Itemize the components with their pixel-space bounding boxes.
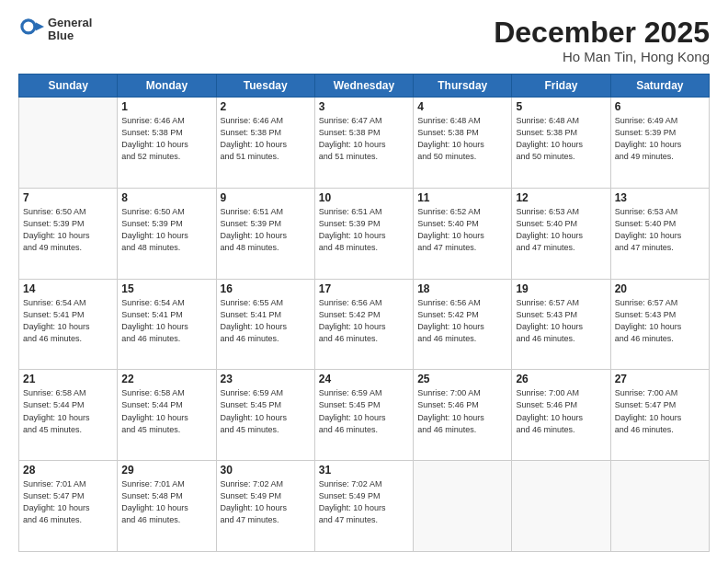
calendar-cell: 12Sunrise: 6:53 AM Sunset: 5:40 PM Dayli… xyxy=(512,188,610,279)
day-number: 8 xyxy=(121,191,211,204)
day-info: Sunrise: 6:46 AM Sunset: 5:38 PM Dayligh… xyxy=(121,115,211,163)
day-info: Sunrise: 6:47 AM Sunset: 5:38 PM Dayligh… xyxy=(319,115,409,163)
calendar-cell: 27Sunrise: 7:00 AM Sunset: 5:47 PM Dayli… xyxy=(610,370,709,461)
day-number: 23 xyxy=(221,373,311,385)
day-number: 7 xyxy=(23,191,113,204)
calendar-cell: 24Sunrise: 6:59 AM Sunset: 5:45 PM Dayli… xyxy=(314,370,413,461)
subtitle: Ho Man Tin, Hong Kong xyxy=(494,49,710,64)
day-info: Sunrise: 6:54 AM Sunset: 5:41 PM Dayligh… xyxy=(23,297,113,345)
day-info: Sunrise: 6:54 AM Sunset: 5:41 PM Dayligh… xyxy=(121,297,211,345)
calendar-cell: 29Sunrise: 7:01 AM Sunset: 5:48 PM Dayli… xyxy=(118,461,216,552)
day-info: Sunrise: 6:59 AM Sunset: 5:45 PM Dayligh… xyxy=(319,387,409,435)
calendar-week-row: 1Sunrise: 6:46 AM Sunset: 5:38 PM Daylig… xyxy=(19,98,710,189)
calendar-cell: 20Sunrise: 6:57 AM Sunset: 5:43 PM Dayli… xyxy=(610,279,709,370)
logo-icon xyxy=(18,17,44,42)
weekday-header: Saturday xyxy=(610,75,709,98)
day-number: 16 xyxy=(221,282,311,295)
day-number: 13 xyxy=(615,191,705,204)
day-info: Sunrise: 6:57 AM Sunset: 5:43 PM Dayligh… xyxy=(516,297,606,345)
day-info: Sunrise: 7:02 AM Sunset: 5:49 PM Dayligh… xyxy=(319,478,409,526)
day-info: Sunrise: 6:50 AM Sunset: 5:39 PM Dayligh… xyxy=(121,206,211,254)
weekday-header: Thursday xyxy=(414,75,512,98)
calendar-cell: 28Sunrise: 7:01 AM Sunset: 5:47 PM Dayli… xyxy=(19,461,118,552)
day-info: Sunrise: 6:59 AM Sunset: 5:45 PM Dayligh… xyxy=(221,387,311,435)
weekday-row: SundayMondayTuesdayWednesdayThursdayFrid… xyxy=(19,75,710,98)
day-info: Sunrise: 6:48 AM Sunset: 5:38 PM Dayligh… xyxy=(516,115,606,163)
day-number: 6 xyxy=(615,100,705,113)
calendar-week-row: 28Sunrise: 7:01 AM Sunset: 5:47 PM Dayli… xyxy=(19,461,710,552)
calendar-cell: 6Sunrise: 6:49 AM Sunset: 5:39 PM Daylig… xyxy=(610,98,709,189)
day-number: 28 xyxy=(23,464,113,477)
day-info: Sunrise: 6:58 AM Sunset: 5:44 PM Dayligh… xyxy=(121,387,211,435)
day-number: 14 xyxy=(23,282,113,295)
calendar-cell xyxy=(610,461,709,552)
day-number: 5 xyxy=(516,100,606,113)
calendar-cell: 5Sunrise: 6:48 AM Sunset: 5:38 PM Daylig… xyxy=(512,98,610,189)
calendar-cell: 11Sunrise: 6:52 AM Sunset: 5:40 PM Dayli… xyxy=(414,188,512,279)
day-info: Sunrise: 7:00 AM Sunset: 5:46 PM Dayligh… xyxy=(417,387,507,435)
calendar-header: SundayMondayTuesdayWednesdayThursdayFrid… xyxy=(19,75,710,98)
day-number: 4 xyxy=(417,100,507,113)
day-info: Sunrise: 6:55 AM Sunset: 5:41 PM Dayligh… xyxy=(221,297,311,345)
calendar-cell: 26Sunrise: 7:00 AM Sunset: 5:46 PM Dayli… xyxy=(512,370,610,461)
day-number: 20 xyxy=(615,282,705,295)
day-number: 22 xyxy=(121,373,211,385)
day-info: Sunrise: 7:01 AM Sunset: 5:47 PM Dayligh… xyxy=(23,478,113,526)
calendar-cell: 4Sunrise: 6:48 AM Sunset: 5:38 PM Daylig… xyxy=(414,98,512,189)
day-info: Sunrise: 6:53 AM Sunset: 5:40 PM Dayligh… xyxy=(615,206,705,254)
calendar-cell: 31Sunrise: 7:02 AM Sunset: 5:49 PM Dayli… xyxy=(314,461,413,552)
calendar-cell: 10Sunrise: 6:51 AM Sunset: 5:39 PM Dayli… xyxy=(314,188,413,279)
day-number: 10 xyxy=(319,191,409,204)
calendar-cell: 16Sunrise: 6:55 AM Sunset: 5:41 PM Dayli… xyxy=(216,279,314,370)
day-number: 17 xyxy=(319,282,409,295)
day-number: 12 xyxy=(516,191,606,204)
day-info: Sunrise: 6:49 AM Sunset: 5:39 PM Dayligh… xyxy=(615,115,705,163)
day-info: Sunrise: 6:56 AM Sunset: 5:42 PM Dayligh… xyxy=(319,297,409,345)
svg-marker-1 xyxy=(36,23,44,31)
day-number: 25 xyxy=(417,373,507,385)
calendar-cell: 18Sunrise: 6:56 AM Sunset: 5:42 PM Dayli… xyxy=(414,279,512,370)
calendar-cell xyxy=(512,461,610,552)
day-info: Sunrise: 6:50 AM Sunset: 5:39 PM Dayligh… xyxy=(23,206,113,254)
calendar-cell: 25Sunrise: 7:00 AM Sunset: 5:46 PM Dayli… xyxy=(414,370,512,461)
day-info: Sunrise: 6:52 AM Sunset: 5:40 PM Dayligh… xyxy=(417,206,507,254)
calendar-cell: 23Sunrise: 6:59 AM Sunset: 5:45 PM Dayli… xyxy=(216,370,314,461)
day-info: Sunrise: 7:00 AM Sunset: 5:47 PM Dayligh… xyxy=(615,387,705,435)
day-number: 3 xyxy=(319,100,409,113)
weekday-header: Tuesday xyxy=(216,75,314,98)
calendar-week-row: 14Sunrise: 6:54 AM Sunset: 5:41 PM Dayli… xyxy=(19,279,710,370)
calendar-cell: 7Sunrise: 6:50 AM Sunset: 5:39 PM Daylig… xyxy=(19,188,118,279)
calendar-cell: 9Sunrise: 6:51 AM Sunset: 5:39 PM Daylig… xyxy=(216,188,314,279)
calendar-table: SundayMondayTuesdayWednesdayThursdayFrid… xyxy=(18,74,710,552)
logo-text: General Blue xyxy=(48,17,92,43)
weekday-header: Monday xyxy=(118,75,216,98)
weekday-header: Sunday xyxy=(19,75,118,98)
day-info: Sunrise: 6:46 AM Sunset: 5:38 PM Dayligh… xyxy=(221,115,311,163)
day-number: 30 xyxy=(221,464,311,477)
day-number: 1 xyxy=(121,100,211,113)
header: General Blue December 2025 Ho Man Tin, H… xyxy=(18,17,710,64)
calendar-cell: 22Sunrise: 6:58 AM Sunset: 5:44 PM Dayli… xyxy=(118,370,216,461)
day-info: Sunrise: 7:02 AM Sunset: 5:49 PM Dayligh… xyxy=(221,478,311,526)
calendar-cell: 13Sunrise: 6:53 AM Sunset: 5:40 PM Dayli… xyxy=(610,188,709,279)
calendar-cell xyxy=(414,461,512,552)
calendar-cell: 19Sunrise: 6:57 AM Sunset: 5:43 PM Dayli… xyxy=(512,279,610,370)
day-info: Sunrise: 6:56 AM Sunset: 5:42 PM Dayligh… xyxy=(417,297,507,345)
page: General Blue December 2025 Ho Man Tin, H… xyxy=(0,0,728,563)
calendar-cell: 1Sunrise: 6:46 AM Sunset: 5:38 PM Daylig… xyxy=(118,98,216,189)
day-info: Sunrise: 7:00 AM Sunset: 5:46 PM Dayligh… xyxy=(516,387,606,435)
logo: General Blue xyxy=(18,17,92,43)
title-block: December 2025 Ho Man Tin, Hong Kong xyxy=(494,17,710,64)
logo-line2: Blue xyxy=(48,29,92,42)
calendar-cell: 17Sunrise: 6:56 AM Sunset: 5:42 PM Dayli… xyxy=(314,279,413,370)
calendar-cell: 15Sunrise: 6:54 AM Sunset: 5:41 PM Dayli… xyxy=(118,279,216,370)
day-info: Sunrise: 7:01 AM Sunset: 5:48 PM Dayligh… xyxy=(121,478,211,526)
day-number: 2 xyxy=(221,100,311,113)
day-info: Sunrise: 6:57 AM Sunset: 5:43 PM Dayligh… xyxy=(615,297,705,345)
calendar-cell: 8Sunrise: 6:50 AM Sunset: 5:39 PM Daylig… xyxy=(118,188,216,279)
calendar-cell xyxy=(19,98,118,189)
day-info: Sunrise: 6:51 AM Sunset: 5:39 PM Dayligh… xyxy=(319,206,409,254)
calendar-cell: 14Sunrise: 6:54 AM Sunset: 5:41 PM Dayli… xyxy=(19,279,118,370)
day-number: 15 xyxy=(121,282,211,295)
calendar-week-row: 21Sunrise: 6:58 AM Sunset: 5:44 PM Dayli… xyxy=(19,370,710,461)
